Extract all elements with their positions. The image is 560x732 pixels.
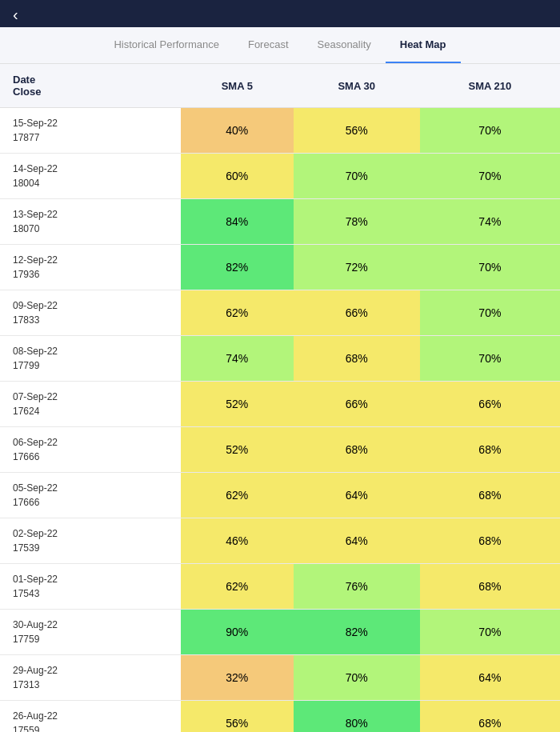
heat-value: 66% bbox=[294, 382, 420, 426]
heat-cell-sma210: 70% bbox=[420, 154, 560, 199]
heat-cell-sma30: 64% bbox=[294, 473, 420, 518]
table-container: Date CloseSMA 5SMA 30SMA 21015-Sep-22178… bbox=[0, 64, 560, 732]
heat-cell-sma5: 52% bbox=[181, 427, 294, 473]
heat-value: 62% bbox=[181, 473, 294, 518]
table-row: 26-Aug-221755956%80%68% bbox=[0, 701, 560, 733]
header: ‹ bbox=[0, 0, 560, 27]
heat-cell-sma210: 70% bbox=[420, 245, 560, 290]
date-cell: 14-Sep-2218004 bbox=[0, 154, 181, 199]
date-cell: 06-Sep-2217666 bbox=[0, 427, 181, 473]
heat-value: 70% bbox=[420, 336, 560, 381]
heat-cell-sma210: 64% bbox=[420, 655, 560, 701]
heat-value: 70% bbox=[420, 610, 560, 654]
heat-value: 70% bbox=[294, 154, 420, 198]
date-cell: 09-Sep-2217833 bbox=[0, 290, 181, 336]
heat-cell-sma210: 68% bbox=[420, 701, 560, 733]
heat-cell-sma5: 62% bbox=[181, 290, 294, 336]
heat-value: 66% bbox=[294, 290, 420, 335]
table-row: 09-Sep-221783362%66%70% bbox=[0, 290, 560, 336]
heat-cell-sma5: 74% bbox=[181, 336, 294, 382]
heat-value: 70% bbox=[294, 655, 420, 700]
col-header-sma5: SMA 5 bbox=[181, 64, 294, 108]
heat-value: 52% bbox=[181, 427, 294, 472]
heat-cell-sma30: 56% bbox=[294, 108, 420, 154]
tab-heatmap[interactable]: Heat Map bbox=[386, 27, 461, 63]
heat-value: 32% bbox=[181, 655, 294, 700]
heat-value: 52% bbox=[181, 382, 294, 426]
heat-cell-sma30: 66% bbox=[294, 382, 420, 427]
col-header-sma210: SMA 210 bbox=[420, 64, 560, 108]
table-row: 30-Aug-221775990%82%70% bbox=[0, 610, 560, 655]
heat-value: 70% bbox=[420, 154, 560, 198]
date-cell: 26-Aug-2217559 bbox=[0, 701, 181, 733]
table-row: 08-Sep-221779974%68%70% bbox=[0, 336, 560, 382]
heat-cell-sma5: 46% bbox=[181, 518, 294, 564]
date-cell: 12-Sep-2217936 bbox=[0, 245, 181, 290]
heat-value: 40% bbox=[181, 108, 294, 153]
table-row: 06-Sep-221766652%68%68% bbox=[0, 427, 560, 473]
heat-cell-sma5: 82% bbox=[181, 245, 294, 290]
heat-value: 70% bbox=[420, 245, 560, 290]
heat-value: 64% bbox=[294, 518, 420, 563]
tab-historical[interactable]: Historical Performance bbox=[99, 27, 234, 63]
date-cell: 01-Sep-2217543 bbox=[0, 564, 181, 610]
heat-value: 84% bbox=[181, 199, 294, 244]
date-cell: 30-Aug-2217759 bbox=[0, 610, 181, 655]
table-row: 07-Sep-221762452%66%66% bbox=[0, 382, 560, 427]
heat-cell-sma30: 66% bbox=[294, 290, 420, 336]
heat-cell-sma210: 68% bbox=[420, 427, 560, 473]
heatmap-table: Date CloseSMA 5SMA 30SMA 21015-Sep-22178… bbox=[0, 64, 560, 732]
tabs-bar: Historical PerformanceForecastSeasonalit… bbox=[0, 27, 560, 64]
heat-cell-sma30: 64% bbox=[294, 518, 420, 564]
heat-cell-sma210: 70% bbox=[420, 336, 560, 382]
heat-value: 70% bbox=[420, 108, 560, 153]
heat-cell-sma210: 74% bbox=[420, 199, 560, 245]
date-cell: 13-Sep-2218070 bbox=[0, 199, 181, 245]
heat-value: 64% bbox=[294, 473, 420, 518]
heat-value: 68% bbox=[420, 564, 560, 609]
table-row: 02-Sep-221753946%64%68% bbox=[0, 518, 560, 564]
heat-value: 68% bbox=[420, 427, 560, 472]
heat-cell-sma5: 84% bbox=[181, 199, 294, 245]
col-header-date: Date Close bbox=[0, 64, 181, 108]
heat-cell-sma210: 68% bbox=[420, 473, 560, 518]
table-row: 14-Sep-221800460%70%70% bbox=[0, 154, 560, 199]
back-button[interactable]: ‹ bbox=[13, 6, 18, 24]
date-cell: 07-Sep-2217624 bbox=[0, 382, 181, 427]
heat-cell-sma30: 70% bbox=[294, 154, 420, 199]
heat-cell-sma210: 66% bbox=[420, 382, 560, 427]
date-cell: 15-Sep-2217877 bbox=[0, 108, 181, 154]
table-row: 01-Sep-221754362%76%68% bbox=[0, 564, 560, 610]
heat-value: 80% bbox=[294, 701, 420, 732]
heat-cell-sma210: 70% bbox=[420, 610, 560, 655]
heat-cell-sma30: 76% bbox=[294, 564, 420, 610]
heat-cell-sma5: 52% bbox=[181, 382, 294, 427]
heat-value: 74% bbox=[420, 199, 560, 244]
heat-cell-sma5: 56% bbox=[181, 701, 294, 733]
heat-cell-sma210: 70% bbox=[420, 108, 560, 154]
table-row: 29-Aug-221731332%70%64% bbox=[0, 655, 560, 701]
heat-value: 82% bbox=[181, 245, 294, 290]
heat-value: 46% bbox=[181, 518, 294, 563]
heat-value: 62% bbox=[181, 564, 294, 609]
heat-cell-sma5: 32% bbox=[181, 655, 294, 701]
heat-cell-sma30: 68% bbox=[294, 336, 420, 382]
heat-value: 90% bbox=[181, 610, 294, 654]
heat-cell-sma30: 82% bbox=[294, 610, 420, 655]
heat-value: 68% bbox=[420, 473, 560, 518]
heat-cell-sma30: 72% bbox=[294, 245, 420, 290]
heat-cell-sma30: 70% bbox=[294, 655, 420, 701]
heat-cell-sma5: 62% bbox=[181, 473, 294, 518]
heat-value: 78% bbox=[294, 199, 420, 244]
tab-forecast[interactable]: Forecast bbox=[234, 27, 303, 63]
date-cell: 05-Sep-2217666 bbox=[0, 473, 181, 518]
heat-cell-sma210: 70% bbox=[420, 290, 560, 336]
heat-value: 68% bbox=[420, 518, 560, 563]
heat-value: 66% bbox=[420, 382, 560, 426]
heat-cell-sma210: 68% bbox=[420, 518, 560, 564]
table-row: 12-Sep-221793682%72%70% bbox=[0, 245, 560, 290]
heat-value: 64% bbox=[420, 655, 560, 700]
heat-value: 62% bbox=[181, 290, 294, 335]
heat-value: 56% bbox=[294, 108, 420, 153]
tab-seasonality[interactable]: Seasonality bbox=[303, 27, 386, 63]
